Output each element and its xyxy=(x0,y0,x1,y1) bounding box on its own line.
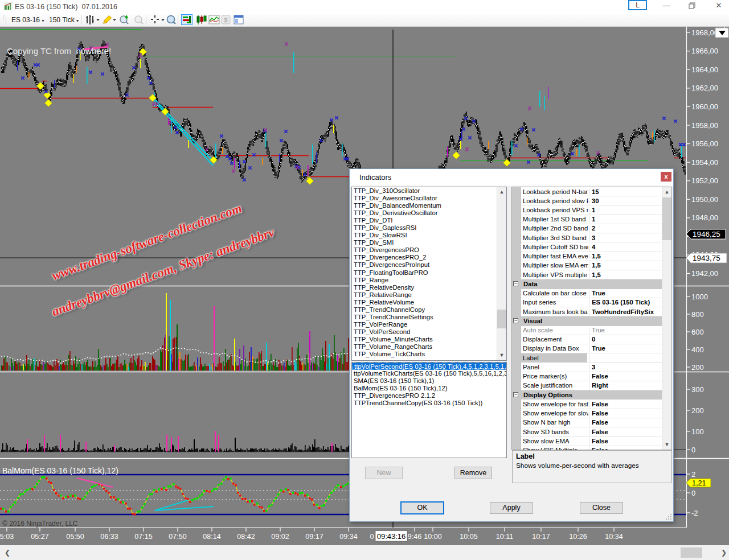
svg-text:200: 200 xyxy=(691,363,704,372)
svg-text:2: 2 xyxy=(691,470,695,479)
svg-text:10:11: 10:11 xyxy=(496,533,513,541)
svg-text:800: 800 xyxy=(691,310,704,319)
svg-text:1960,00: 1960,00 xyxy=(691,102,718,111)
svg-text:09:34: 09:34 xyxy=(339,533,357,541)
svg-text:08:42: 08:42 xyxy=(237,533,255,541)
svg-text:1966,00: 1966,00 xyxy=(691,47,718,55)
svg-text:1964,00: 1964,00 xyxy=(691,65,718,74)
svg-text:09:02: 09:02 xyxy=(271,533,289,541)
svg-text:1946,25: 1946,25 xyxy=(693,230,720,238)
svg-text:07:50: 07:50 xyxy=(169,533,186,541)
svg-text:$: $ xyxy=(224,17,227,23)
svg-text:1948,00: 1948,00 xyxy=(691,213,718,222)
svg-text:10:17: 10:17 xyxy=(532,533,550,541)
svg-text:10:00: 10:00 xyxy=(424,533,441,541)
svg-text:09:43:16: 09:43:16 xyxy=(377,532,406,541)
svg-text:1962,00: 1962,00 xyxy=(691,84,718,92)
svg-text:100: 100 xyxy=(691,427,704,436)
svg-text:06:33: 06:33 xyxy=(100,533,118,541)
svg-text:10:26: 10:26 xyxy=(569,533,587,541)
svg-text:05:27: 05:27 xyxy=(31,533,48,541)
svg-text:1000: 1000 xyxy=(691,293,708,301)
svg-text:0: 0 xyxy=(370,533,374,541)
svg-text:1943,75: 1943,75 xyxy=(693,254,720,262)
svg-text:1952,00: 1952,00 xyxy=(691,176,718,185)
svg-text:08:14: 08:14 xyxy=(203,533,220,541)
svg-text:1956,00: 1956,00 xyxy=(691,139,718,148)
svg-text:-2: -2 xyxy=(691,509,698,517)
svg-text:200: 200 xyxy=(691,406,704,415)
svg-text:9:46: 9:46 xyxy=(408,533,421,541)
svg-text:1950,00: 1950,00 xyxy=(691,195,718,204)
svg-text:600: 600 xyxy=(691,328,704,336)
svg-text:1968,00: 1968,00 xyxy=(691,28,718,37)
svg-text:1,21: 1,21 xyxy=(692,479,706,487)
svg-text:1954,00: 1954,00 xyxy=(691,158,718,167)
svg-text:05:50: 05:50 xyxy=(66,533,84,541)
svg-text:400: 400 xyxy=(691,345,704,354)
svg-text:1958,00: 1958,00 xyxy=(691,121,718,130)
svg-text:0: 0 xyxy=(691,446,695,454)
svg-text:10:34: 10:34 xyxy=(605,533,622,541)
svg-text:1942,00: 1942,00 xyxy=(691,269,718,278)
svg-text:07:15: 07:15 xyxy=(134,533,152,541)
svg-text:5:03: 5:03 xyxy=(0,533,14,541)
svg-text:09:17: 09:17 xyxy=(305,533,323,541)
svg-text:10:05: 10:05 xyxy=(460,533,477,541)
svg-text:300: 300 xyxy=(691,385,704,394)
svg-text:0: 0 xyxy=(691,489,695,497)
